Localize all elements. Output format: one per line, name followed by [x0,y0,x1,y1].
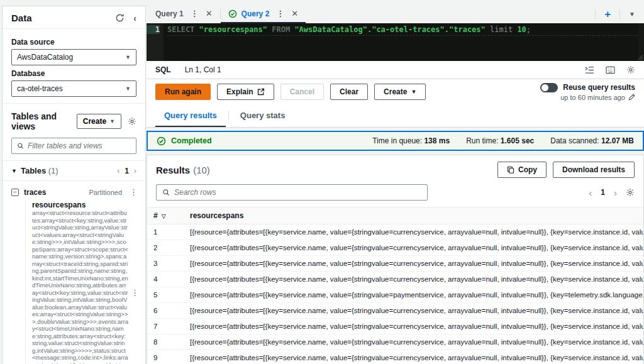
tables-and-views-title: Tables and views [11,111,77,131]
close-icon[interactable]: ✕ [291,9,298,18]
table-row[interactable]: 7[{resource={attributes=[{key=service.na… [147,319,643,334]
tab-query-1[interactable]: Query 1 ⋮ ✕ [148,5,220,23]
run-time: Run time: 1.605 sec [466,136,534,145]
results-title: Results [156,165,190,175]
filter-tables-input[interactable] [28,141,131,150]
keyboard-shortcuts-icon[interactable] [606,66,615,74]
sql-editor[interactable]: 1 SELECT "resourcespans" FROM "AwsDataCa… [147,23,644,61]
check-circle-icon [228,9,237,18]
results-page-number: 1 [601,188,605,197]
format-query-icon[interactable] [585,66,594,74]
kebab-menu-icon[interactable]: ⋮ [127,187,140,197]
collapse-node-icon[interactable]: − [11,189,19,196]
refresh-icon[interactable] [115,13,125,23]
sort-filter-icon[interactable]: ▽ [162,213,166,219]
query-tab-bar: Query 1 ⋮ ✕ Query 2 ⋮ ✕ + ▼ [147,0,644,23]
clear-button[interactable]: Clear [330,84,368,100]
tables-prev-page-icon[interactable]: ‹ [117,167,119,175]
tables-page-number: 1 [125,167,129,175]
reuse-results-toggle[interactable] [540,83,558,92]
download-results-button[interactable]: Download results [553,162,635,178]
reuse-results-label: Reuse query results [563,83,635,92]
results-next-page-icon[interactable]: › [614,187,617,198]
tab-list-dropdown-icon[interactable]: ▼ [620,11,644,18]
completed-label: Completed [171,136,212,145]
table-name: traces [24,188,46,197]
kebab-menu-icon[interactable]: ⋮ [274,9,287,18]
results-tab-bar: Query results Query stats [147,104,644,128]
data-scanned: Data scanned: 12.07 MB [550,136,634,145]
column-header-num[interactable]: #▽ [147,207,184,224]
editor-status-bar: SQL Ln 1, Col 1 [147,61,644,79]
copy-button[interactable]: Copy [497,162,547,178]
create-table-button[interactable]: Create ▼ [77,114,121,129]
database-value: ca-otel-traces [17,84,63,93]
sql-code-line: SELECT "resourcespans" FROM "AwsDataCata… [167,25,644,36]
search-icon [162,189,170,196]
tab-query-results[interactable]: Query results [155,111,226,127]
chevron-down-icon: ▼ [411,89,416,95]
table-row[interactable]: 6[{resource={attributes=[{key=service.na… [147,303,643,319]
results-prev-page-icon[interactable]: ‹ [589,187,592,198]
table-row[interactable]: 1[{resource={attributes=[{key=service.na… [147,224,643,240]
data-source-label: Data source [11,38,136,47]
create-button[interactable]: Create ▼ [374,84,426,100]
column-type: array<struct<resource:struct<attributes:… [32,209,128,364]
cursor-position: Ln 1, Col 1 [185,65,221,74]
copy-icon [507,166,514,174]
data-source-select[interactable]: AwsDataCatalog ▼ [11,49,136,65]
database-label: Database [11,69,136,78]
external-link-icon [257,88,265,96]
search-rows-input[interactable] [174,188,421,197]
tables-next-page-icon[interactable]: › [134,167,136,175]
query-actions-bar: Run again Explain Cancel Clear Create ▼ … [147,79,644,104]
table-row[interactable]: 2[{resource={attributes=[{key=service.na… [147,240,643,256]
close-icon[interactable]: ✕ [206,9,213,18]
tab-query-stats[interactable]: Query stats [231,111,294,127]
reuse-duration-text: up to 60 minutes ago [560,94,625,101]
editor-gutter: 1 [147,23,164,61]
edit-pencil-icon[interactable] [628,94,635,101]
chevron-down-icon: ▼ [109,118,115,124]
editor-resize-handle[interactable] [637,54,643,60]
check-circle-icon [157,136,166,146]
filter-tables-search[interactable] [11,138,136,154]
database-select[interactable]: ca-otel-traces ▼ [11,80,136,97]
results-panel: Results (10) Copy Download results ‹ [147,155,644,364]
data-panel-title: Data [11,13,32,23]
query-status-banner: Completed Time in queue: 138 ms Run time… [147,131,644,151]
table-row[interactable]: 5[{resource={attributes=[{key=service.na… [147,287,643,303]
kebab-menu-icon[interactable]: ⋮ [128,288,142,297]
explain-button[interactable]: Explain [217,84,274,100]
table-row[interactable]: 8[{resource={attributes=[{key=service.na… [147,334,643,350]
data-panel: Data ‹ Data source AwsDataCatalog ▼ Data… [2,6,146,364]
results-count: (10) [193,165,210,175]
data-source-value: AwsDataCatalog [17,53,73,62]
search-rows-box[interactable] [156,184,428,201]
kebab-menu-icon[interactable]: ⋮ [188,9,201,18]
chevron-down-icon: ▼ [125,54,131,60]
chevron-down-icon: ▼ [125,85,131,92]
table-row-traces[interactable]: − traces Partitioned ⋮ [10,185,142,199]
tables-tree: − traces Partitioned ⋮ resourcespans arr… [3,181,145,364]
collapse-panel-icon[interactable]: ‹ [133,13,136,23]
table-row[interactable]: 3[{resource={attributes=[{key=service.na… [147,256,643,272]
table-row[interactable]: 4[{resource={attributes=[{key=service.na… [147,272,643,287]
editor-settings-gear-icon[interactable] [626,65,635,74]
cancel-button[interactable]: Cancel [280,84,324,100]
tab-query-2[interactable]: Query 2 ⋮ ✕ [221,5,306,23]
gear-icon[interactable] [128,117,136,126]
search-icon [17,142,24,150]
run-again-button[interactable]: Run again [155,84,211,100]
partitioned-badge: Partitioned [89,189,122,196]
column-name: resourcespans [32,201,142,209]
results-settings-gear-icon[interactable] [626,188,635,197]
time-in-queue: Time in queue: 138 ms [372,136,450,145]
line-number: 1 [147,25,160,34]
table-row[interactable]: 9[{resource={attributes=[{key=service.na… [147,350,643,364]
new-tab-button[interactable]: + [596,8,619,21]
column-header-resourcespans[interactable]: resourcespans [184,207,643,224]
athena-query-editor: Data ‹ Data source AwsDataCatalog ▼ Data… [0,0,644,364]
section-expand-icon[interactable]: ▼ [11,168,17,174]
main-pane: Query 1 ⋮ ✕ Query 2 ⋮ ✕ + ▼ 1 [147,0,644,364]
